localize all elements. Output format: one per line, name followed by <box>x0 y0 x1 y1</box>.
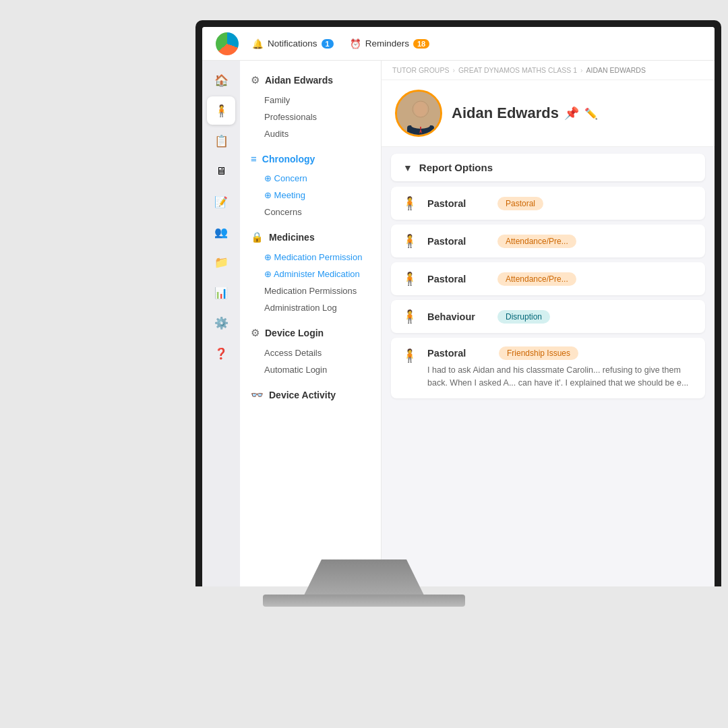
entry-person-icon-4: 🧍 <box>402 309 418 324</box>
entry-person-icon-2: 🧍 <box>402 233 418 249</box>
nav-link-family[interactable]: Family <box>240 92 381 109</box>
nav-link-automatic-login[interactable]: Automatic Login <box>240 361 381 378</box>
entry-category-3: Pastoral <box>427 274 488 284</box>
medicine-nav-icon: 🔒 <box>251 231 264 243</box>
timeline-entry: 🧍 Pastoral Pastoral <box>391 187 705 220</box>
avatar <box>395 90 442 137</box>
reminders-nav-item[interactable]: ⏰ Reminders 18 <box>350 38 430 49</box>
svg-point-2 <box>414 102 427 117</box>
sidebar-icon-home[interactable]: 🏠 <box>207 66 235 94</box>
notifications-label: Notifications <box>268 38 317 49</box>
breadcrumb-sep2: › <box>580 66 583 74</box>
pencil-icon[interactable]: ✏️ <box>584 107 598 120</box>
entry-category-2: Pastoral <box>427 236 488 247</box>
user-nav-icon: ⚙ <box>251 74 260 86</box>
timeline-entry-friendship: 🧍 Pastoral Friendship Issues I had to as… <box>391 338 705 398</box>
clock-icon: ⏰ <box>350 38 361 49</box>
nav-section-medicines-label: Medicines <box>269 232 315 243</box>
sidebar-icon-gear[interactable]: ⚙️ <box>207 309 235 337</box>
nav-section-device-login-label: Device Login <box>265 328 324 338</box>
left-nav-panel: ⚙ Aidan Edwards Family Professionals Aud… <box>240 61 382 586</box>
timeline-entry-behaviour: 🧍 Behaviour Disruption <box>391 300 705 333</box>
nav-link-access-details[interactable]: Access Details <box>240 344 381 361</box>
reminders-label: Reminders <box>365 38 409 49</box>
breadcrumb: TUTOR GROUPS › GREAT DYNAMOS MATHS CLASS… <box>382 61 715 80</box>
profile-header: Aidan Edwards 📌 ✏️ <box>382 80 715 147</box>
nav-link-professionals[interactable]: Professionals <box>240 109 381 125</box>
nav-section-device-login: ⚙ Device Login Access Details Automatic … <box>240 319 381 381</box>
entry-category-friendship: Pastoral <box>427 348 488 359</box>
sidebar-icon-group[interactable]: 👥 <box>207 218 235 246</box>
breadcrumb-class[interactable]: GREAT DYNAMOS MATHS CLASS 1 <box>458 66 577 74</box>
nav-section-chronology-label: Chronology <box>262 154 315 164</box>
entry-category: Pastoral <box>427 198 488 209</box>
sidebar-icon-person[interactable]: 🧍 <box>207 96 235 125</box>
reminders-badge: 18 <box>413 39 429 49</box>
nav-link-audits[interactable]: Audits <box>240 125 381 142</box>
breadcrumb-sep1: › <box>452 66 455 74</box>
nav-link-administration-log[interactable]: Administration Log <box>240 299 381 316</box>
nav-link-concerns[interactable]: Concerns <box>240 204 381 220</box>
entry-tag-attendance1: Attendance/Pre... <box>497 235 576 248</box>
entry-tag-attendance2: Attendance/Pre... <box>497 272 576 286</box>
timeline-entry: 🧍 Pastoral Attendance/Pre... <box>391 262 705 295</box>
entry-tag-disruption: Disruption <box>497 310 550 324</box>
nav-link-meeting[interactable]: ⊕ Meeting <box>240 187 381 204</box>
report-options-label: Report Options <box>419 162 493 173</box>
nav-section-chronology: ≡ Chronology ⊕ Concern ⊕ Meeting Concern… <box>240 145 381 223</box>
entry-person-icon: 🧍 <box>402 195 418 211</box>
breadcrumb-tutor-groups[interactable]: TUTOR GROUPS <box>392 66 449 74</box>
nav-section-device-activity: 👓 Device Activity <box>240 381 381 409</box>
nav-section-aidan: ⚙ Aidan Edwards Family Professionals Aud… <box>240 61 381 145</box>
entry-person-icon-5: 🧍 <box>402 348 418 363</box>
pin-icon[interactable]: 📌 <box>564 106 579 121</box>
nav-link-concern[interactable]: ⊕ Concern <box>240 170 381 187</box>
logo <box>216 32 239 55</box>
sidebar-icon-folder[interactable]: 📁 <box>207 248 235 276</box>
sidebar-icon-clipboard[interactable]: 📝 <box>207 187 235 216</box>
bell-icon: 🔔 <box>252 38 264 49</box>
sidebar-icon-screen[interactable]: 🖥 <box>207 157 235 185</box>
nav-link-administer-medication[interactable]: ⊕ Administer Medication <box>240 266 381 282</box>
sidebar-icon-copy[interactable]: 📋 <box>207 127 235 155</box>
nav-section-device-activity-label: Device Activity <box>269 390 336 400</box>
top-nav: 🔔 Notifications 1 ⏰ Reminders 18 <box>202 27 715 61</box>
nav-link-medication-permission[interactable]: ⊕ Medication Permission <box>240 249 381 266</box>
device-activity-icon: 👓 <box>251 389 264 401</box>
nav-section-medicines: 🔒 Medicines ⊕ Medication Permission ⊕ Ad… <box>240 223 381 319</box>
entry-tag-friendship: Friendship Issues <box>499 346 578 360</box>
svg-rect-6 <box>420 127 421 129</box>
sidebar-icon-chart[interactable]: 📊 <box>207 278 235 307</box>
hamburger-icon: ≡ <box>251 153 257 164</box>
report-options-bar[interactable]: ▼ Report Options <box>391 154 705 181</box>
notifications-nav-item[interactable]: 🔔 Notifications 1 <box>252 38 334 49</box>
icon-sidebar: 🏠 🧍 📋 🖥 📝 👥 📁 📊 ⚙️ ❓ <box>202 61 240 586</box>
entry-text-friendship: I had to ask Aidan and his classmate Car… <box>427 364 694 390</box>
device-login-icon: ⚙ <box>251 327 260 339</box>
entry-category-behaviour: Behaviour <box>427 311 488 322</box>
sidebar-icon-help[interactable]: ❓ <box>207 339 235 367</box>
filter-icon: ▼ <box>403 162 413 173</box>
breadcrumb-student: AIDAN EDWARDS <box>586 66 646 74</box>
notifications-badge: 1 <box>322 39 334 49</box>
entry-person-icon-3: 🧍 <box>402 271 418 286</box>
timeline-entry: 🧍 Pastoral Attendance/Pre... <box>391 224 705 257</box>
main-content: TUTOR GROUPS › GREAT DYNAMOS MATHS CLASS… <box>382 61 715 586</box>
profile-name: Aidan Edwards <box>452 104 559 122</box>
nav-link-medication-permissions[interactable]: Medication Permissions <box>240 282 381 299</box>
entry-tag-pastoral: Pastoral <box>497 197 543 210</box>
nav-section-aidan-label: Aidan Edwards <box>265 75 333 86</box>
timeline-area: 🧍 Pastoral Pastoral 🧍 Pastoral Attendanc… <box>382 187 715 586</box>
